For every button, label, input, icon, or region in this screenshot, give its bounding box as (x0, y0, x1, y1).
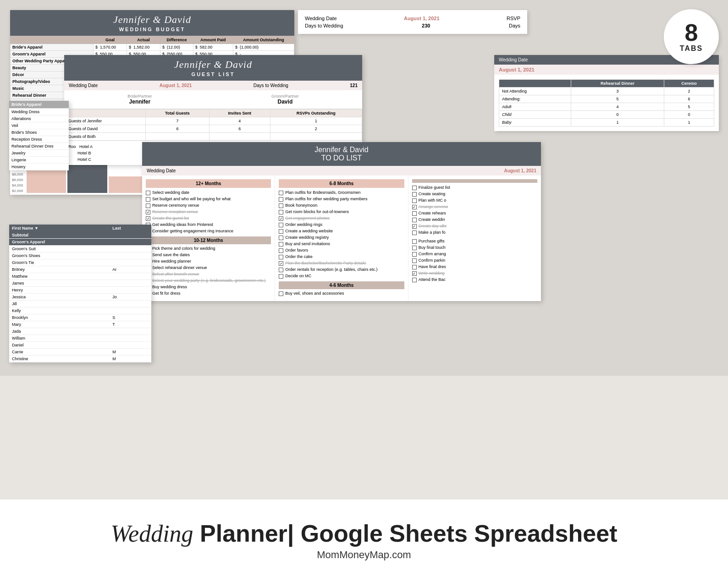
checkbox-checked[interactable]: ✓ (279, 216, 283, 221)
checkbox[interactable] (279, 229, 283, 234)
list-item: BrooklynS (9, 314, 151, 321)
checkbox[interactable] (412, 192, 417, 197)
todo-item: Plan outfits for other wedding party mem… (279, 197, 404, 202)
todo-item-completed: ✓Write wedding (412, 271, 537, 276)
list-item: Groom's Suit (9, 246, 151, 253)
checkbox[interactable] (279, 248, 283, 253)
badge-number: 8 (685, 21, 698, 44)
todo-item: Reserve ceremony venue (146, 203, 271, 208)
table-row: Baby 1 1 (499, 119, 714, 126)
checkbox[interactable] (279, 255, 283, 259)
category-table: Bride's Apparel Wedding Dress Alteration… (9, 101, 69, 170)
col-diff: Difference (160, 36, 193, 44)
checkbox[interactable] (412, 252, 417, 257)
guest-date-val: August 1, 2021 (160, 83, 192, 88)
checkbox[interactable] (279, 223, 283, 227)
todo-item: Buy final touch (412, 245, 537, 250)
col-paid: Amount Paid (193, 36, 233, 44)
checkbox-checked[interactable]: ✓ (279, 261, 283, 266)
todo-date-label: Wedding Date (147, 168, 176, 173)
todo-sheet: Jennifer & David TO DO LIST Wedding Date… (142, 142, 541, 301)
bride-block: Bride/Partner Jennifer (127, 94, 152, 105)
checkbox[interactable] (412, 186, 417, 190)
table-row: Not Attending 3 2 (499, 88, 714, 95)
list-item: James (9, 280, 151, 287)
checkbox[interactable] (279, 242, 283, 247)
todo-content: 12+ Months Select wedding date Set budge… (142, 176, 541, 301)
tabs-badge: 8 TABS (664, 9, 719, 64)
checkbox[interactable] (279, 203, 283, 208)
branding-area: Wedding Planner| Google Sheets Spreadshe… (0, 500, 728, 582)
checkbox[interactable] (279, 291, 283, 296)
guest-stats-panel: Wedding Date August 1, 2021 Rehearsal Di… (494, 55, 719, 131)
guest-title: Jennifer & David (66, 59, 360, 71)
todo-item: Get wedding ideas from Pinterest (146, 222, 271, 227)
list-item: CarrieM (9, 349, 151, 356)
list-item: William (9, 335, 151, 342)
checkbox[interactable] (146, 191, 150, 195)
checkbox[interactable] (279, 274, 283, 279)
list-item: Reception Dress (9, 136, 69, 143)
name-table: First Name ▼ Last Subtotal Groom's Appar… (9, 225, 151, 362)
todo-item-completed: ✓Plan the Bachelor/Bachelorette Party de… (279, 261, 404, 266)
branding-title: Wedding Planner| Google Sheets Spreadshe… (111, 521, 618, 547)
checkbox[interactable] (412, 258, 417, 263)
checkbox[interactable] (279, 210, 283, 214)
days-value: 230 (422, 23, 430, 28)
main-container: Jennifer & David WEDDING BUDGET Goal Act… (0, 0, 728, 582)
todo-col-1: 12+ Months Select wedding date Set budge… (142, 176, 275, 301)
todo-item: Pick theme and colors for wedding (146, 246, 271, 251)
checkbox[interactable] (412, 211, 417, 216)
days-label2: Days (509, 23, 520, 28)
list-item: MaryT (9, 321, 151, 328)
col-category (11, 36, 94, 44)
info-row: Wedding Date August 1, 2021 RSVP (305, 16, 520, 21)
checkbox[interactable] (412, 246, 417, 250)
checkbox-checked[interactable]: ✓ (412, 224, 417, 229)
wedding-date-value: August 1, 2021 (404, 16, 440, 21)
checkbox[interactable] (279, 191, 283, 195)
checkbox[interactable] (412, 239, 417, 244)
groom-label: Groom/Partner (271, 94, 299, 99)
table-row: Guests of Both (65, 133, 362, 141)
list-item: Alterations (9, 115, 69, 122)
todo-item-completed: ✓Create day afte (412, 224, 537, 229)
todo-item: Consider getting engagement ring insuran… (146, 229, 271, 234)
guest-summary-table: Total Guests Invites Sent RSVPs Outstand… (64, 109, 362, 141)
checkbox[interactable] (146, 203, 150, 208)
todo-item: Create seating (412, 192, 537, 197)
guest-days-val: 121 (350, 83, 358, 88)
todo-item-completed: ✓Select after brunch venue (146, 272, 271, 277)
table-row: Adult 4 5 (499, 103, 714, 111)
checkbox-checked[interactable]: ✓ (412, 271, 417, 276)
todo-item: Attend the Bac (412, 277, 537, 282)
todo-section-1012months: 10-12 Months (146, 236, 271, 244)
checkbox-checked[interactable]: ✓ (146, 210, 150, 214)
todo-item: Select rehearsal dinner venue (146, 265, 271, 270)
checkbox[interactable] (146, 197, 150, 202)
todo-section-finalize (412, 179, 537, 183)
list-item: Jill (9, 301, 151, 307)
groom-block: Groom/Partner David (271, 94, 299, 105)
checkbox[interactable] (412, 231, 417, 235)
checkbox[interactable] (412, 278, 417, 282)
plain-title: Planner| Google Sheets Spreadsheet (193, 520, 618, 547)
checkbox-checked[interactable]: ✓ (146, 216, 150, 221)
checkbox[interactable] (412, 218, 417, 222)
todo-item-completed: ✓Get engagement photos (279, 216, 404, 221)
todo-col-2: 6-8 Months Plan outfits for Bridesmaids,… (275, 176, 408, 301)
list-item: Lingerie (9, 157, 69, 164)
todo-item: Create weddin (412, 217, 537, 222)
guest-days-label: Days to Wedding (254, 83, 288, 88)
checkbox[interactable] (279, 236, 283, 240)
bride-label: Bride/Partner (127, 94, 152, 99)
todo-item: Hire wedding planner (146, 259, 271, 264)
checkbox[interactable] (412, 265, 417, 269)
checkbox-checked[interactable]: ✓ (412, 205, 417, 209)
list-item: Groom's Tie (9, 259, 151, 266)
checkbox[interactable] (412, 198, 417, 203)
checkbox[interactable] (279, 197, 283, 202)
todo-item: Confirm arrang (412, 252, 537, 257)
checkbox[interactable] (279, 268, 283, 272)
todo-date-val: August 1, 2021 (504, 168, 536, 173)
